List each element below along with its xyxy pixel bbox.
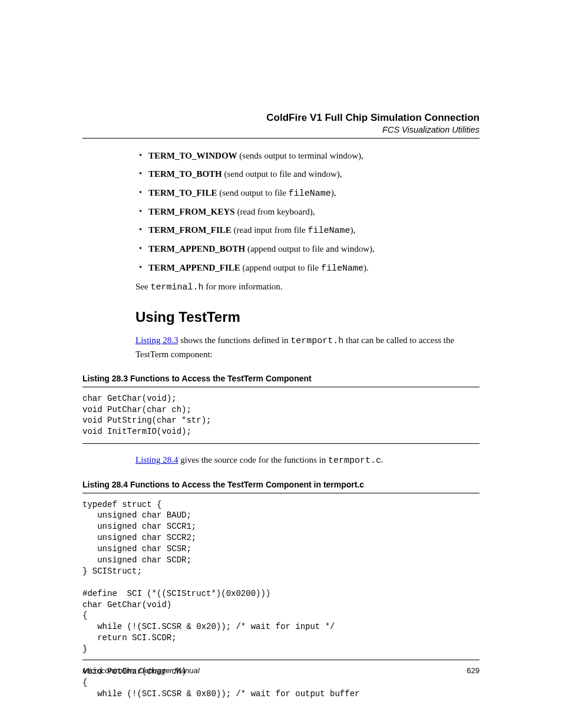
inline-code: termport.h xyxy=(290,336,343,346)
desc-pre: (send output to file xyxy=(217,188,288,197)
footer-manual: Microcontrollers Debugger Manual xyxy=(82,666,200,675)
section-heading: Using TestTerm xyxy=(135,306,480,328)
list-item: TERM_APPEND_BOTH (append output to file … xyxy=(135,242,480,256)
paragraph: Listing 28.4 gives the source code for t… xyxy=(135,453,480,467)
term: TERM_TO_WINDOW xyxy=(148,151,237,160)
inline-code: terminal.h xyxy=(150,282,203,292)
para-text: . xyxy=(381,455,384,465)
see-pre: See xyxy=(135,282,150,291)
term: TERM_TO_BOTH xyxy=(148,169,222,179)
term: TERM_TO_FILE xyxy=(148,188,217,197)
para-text: shows the functions defined in xyxy=(178,335,291,345)
see-line: See terminal.h for more information. xyxy=(135,280,480,294)
header-title: ColdFire V1 Full Chip Simulation Connect… xyxy=(82,112,480,124)
header-subtitle: FCS Visualization Utilities xyxy=(82,125,480,134)
inline-code: fileName xyxy=(308,226,350,236)
code-listing: char GetChar(void); void PutChar(char ch… xyxy=(82,387,480,444)
para-text: gives the source code for the functions … xyxy=(178,455,329,465)
footer-page-number: 629 xyxy=(467,666,480,675)
page: ColdFire V1 Full Chip Simulation Connect… xyxy=(0,0,562,728)
listing-link[interactable]: Listing 28.3 xyxy=(135,335,178,345)
list-item: TERM_FROM_FILE (read input from file fil… xyxy=(135,223,480,238)
desc: (read from keyboard), xyxy=(235,207,315,216)
body-indent: Listing 28.4 gives the source code for t… xyxy=(135,453,480,467)
see-post: for more information. xyxy=(203,282,282,291)
desc-post: ). xyxy=(363,263,369,272)
body-indent: TERM_TO_WINDOW (sends output to terminal… xyxy=(135,149,480,362)
desc: (send output to file and window), xyxy=(222,169,342,179)
desc-pre: (append output to file xyxy=(240,263,321,272)
term: TERM_FROM_FILE xyxy=(148,225,232,235)
list-item: TERM_TO_WINDOW (sends output to terminal… xyxy=(135,149,480,163)
desc-post: ), xyxy=(350,225,355,235)
inline-code: termport.c xyxy=(328,456,381,466)
term: TERM_FROM_KEYS xyxy=(148,207,235,216)
listing-label: Listing 28.3 Functions to Access the Tes… xyxy=(82,374,480,383)
desc-post: ), xyxy=(331,188,336,197)
paragraph: Listing 28.3 shows the functions defined… xyxy=(135,334,480,362)
desc: (append output to file and window), xyxy=(245,244,375,253)
list-item: TERM_TO_BOTH (send output to file and wi… xyxy=(135,167,480,181)
term: TERM_APPEND_FILE xyxy=(148,263,240,272)
listing-label: Listing 28.4 Functions to Access the Tes… xyxy=(82,480,480,489)
inline-code: fileName xyxy=(289,189,331,199)
page-header: ColdFire V1 Full Chip Simulation Connect… xyxy=(82,112,480,139)
bullet-list: TERM_TO_WINDOW (sends output to terminal… xyxy=(135,149,480,275)
listing-link[interactable]: Listing 28.4 xyxy=(135,455,178,465)
term: TERM_APPEND_BOTH xyxy=(148,244,245,253)
list-item: TERM_FROM_KEYS (read from keyboard), xyxy=(135,205,480,219)
desc-pre: (read input from file xyxy=(232,225,308,235)
desc: (sends output to terminal window), xyxy=(237,151,363,160)
inline-code: fileName xyxy=(321,263,363,274)
list-item: TERM_APPEND_FILE (append output to file … xyxy=(135,261,480,275)
page-footer: Microcontrollers Debugger Manual 629 xyxy=(82,660,480,675)
list-item: TERM_TO_FILE (send output to file fileNa… xyxy=(135,186,480,200)
